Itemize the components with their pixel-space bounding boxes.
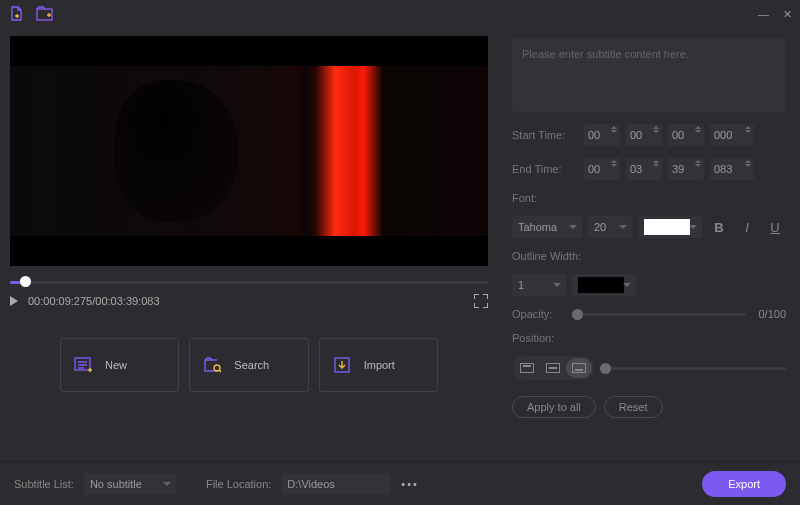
font-family-select[interactable]: Tahoma [512,216,582,238]
end-minutes[interactable]: 03 [626,158,662,180]
font-label: Font: [512,192,786,204]
import-button[interactable]: Import [319,338,438,392]
timecode: 00:00:09:275/00:03:39:083 [28,295,160,307]
opacity-value: 0/100 [752,308,786,320]
start-minutes[interactable]: 00 [626,124,662,146]
position-label: Position: [512,332,786,344]
opacity-label: Opacity: [512,308,566,320]
reset-button[interactable]: Reset [604,396,663,418]
new-button[interactable]: New [60,338,179,392]
outline-label: Outline Width: [512,250,786,262]
play-button[interactable] [10,296,18,306]
titlebar: — ✕ [0,0,800,28]
end-seconds[interactable]: 39 [668,158,704,180]
new-label: New [105,359,127,371]
underline-button[interactable]: U [764,216,786,238]
start-time-label: Start Time: [512,129,578,141]
file-location-field[interactable]: D:\Videos [281,473,391,495]
minimize-button[interactable]: — [758,8,769,21]
search-button[interactable]: Search [189,338,308,392]
import-label: Import [364,359,395,371]
end-ms[interactable]: 083 [710,158,754,180]
subtitle-list-label: Subtitle List: [14,478,74,490]
italic-button[interactable]: I [736,216,758,238]
export-button[interactable]: Export [702,471,786,497]
apply-all-button[interactable]: Apply to all [512,396,596,418]
outline-color-select[interactable] [572,274,636,296]
font-color-select[interactable] [638,216,702,238]
end-time-label: End Time: [512,163,578,175]
search-label: Search [234,359,269,371]
position-middle[interactable] [540,358,566,378]
position-bottom[interactable] [566,358,592,378]
browse-button[interactable]: ••• [401,478,419,490]
subtitle-textarea[interactable]: Please enter subtitle content here. [512,38,786,112]
subtitle-list-select[interactable]: No subtitle [84,473,176,495]
fullscreen-button[interactable] [474,294,488,308]
end-hours[interactable]: 00 [584,158,620,180]
bold-button[interactable]: B [708,216,730,238]
add-folder-icon[interactable] [36,5,54,23]
start-ms[interactable]: 000 [710,124,754,146]
file-location-label: File Location: [206,478,271,490]
opacity-slider[interactable] [572,313,746,316]
add-file-icon[interactable] [8,5,26,23]
position-slider[interactable] [600,367,786,370]
font-size-select[interactable]: 20 [588,216,632,238]
start-seconds[interactable]: 00 [668,124,704,146]
seek-bar[interactable] [10,272,488,292]
start-hours[interactable]: 00 [584,124,620,146]
video-preview [10,36,488,266]
outline-width-select[interactable]: 1 [512,274,566,296]
position-top[interactable] [514,358,540,378]
close-button[interactable]: ✕ [783,8,792,21]
